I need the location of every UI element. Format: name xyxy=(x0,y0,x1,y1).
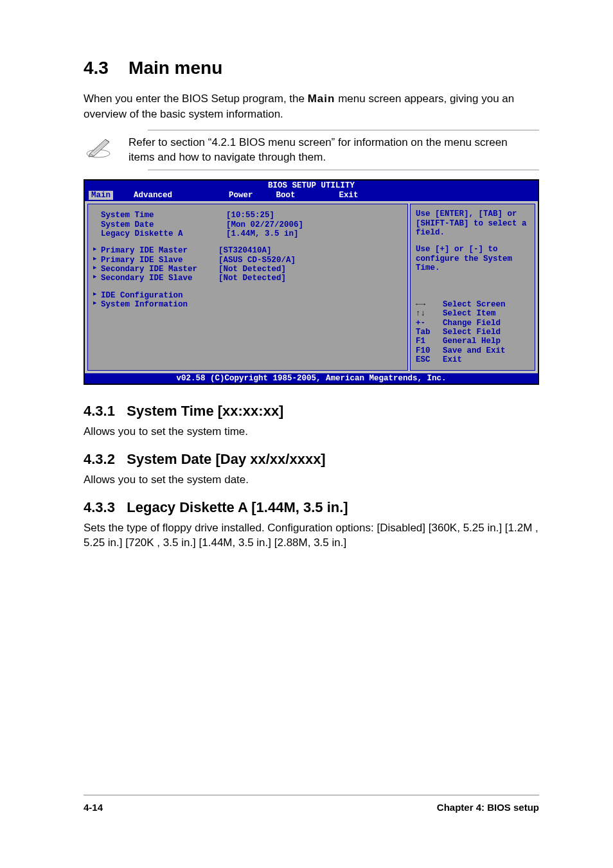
note-callout: Refer to section “4.2.1 BIOS menu screen… xyxy=(148,130,539,171)
bios-item: Primary IDE Slave[ASUS CD-S520/A] xyxy=(93,256,402,265)
bios-tab-advanced: Advanced xyxy=(131,191,175,200)
bios-item: Primary IDE Master[ST320410A] xyxy=(93,246,402,255)
bios-item: System Information xyxy=(93,300,402,309)
subhead-431: 4.3.1 System Time [xx:xx:xx] xyxy=(84,403,539,420)
page-footer: 4-14 Chapter 4: BIOS setup xyxy=(84,795,539,813)
intro-main: Main xyxy=(308,93,335,105)
nav-row: F1General Help xyxy=(416,337,529,346)
bios-tab-boot: Boot xyxy=(274,191,298,200)
bios-copyright: v02.58 (C)Copyright 1985-2005, American … xyxy=(85,373,538,384)
subhead-432: 4.3.2 System Date [Day xx/xx/xxxx] xyxy=(84,451,539,468)
nav-row: ESCExit xyxy=(416,355,529,364)
note-icon xyxy=(84,136,116,161)
bios-item: Legacy Diskette A[1.44M, 3.5 in] xyxy=(93,229,402,238)
body-432: Allows you to set the system date. xyxy=(84,473,539,488)
bios-help: Use [ENTER], [TAB] or [SHIFT-TAB] to sel… xyxy=(411,204,535,296)
bios-tab-main: Main xyxy=(89,191,113,200)
intro-part1: When you enter the BIOS Setup program, t… xyxy=(84,93,308,105)
bios-tab-power: Power xyxy=(226,191,256,200)
intro-paragraph: When you enter the BIOS Setup program, t… xyxy=(84,91,539,122)
bios-item: System Time[10:55:25] xyxy=(93,211,402,220)
bios-tabs: Main Advanced Power Boot Exit xyxy=(85,191,538,201)
bios-help-1: Use [ENTER], [TAB] or [SHIFT-TAB] to sel… xyxy=(416,209,529,237)
bios-screenshot: BIOS SETUP UTILITY Main Advanced Power B… xyxy=(84,179,539,385)
nav-row: TabSelect Field xyxy=(416,328,529,337)
chapter-label: Chapter 4: BIOS setup xyxy=(437,802,539,813)
bios-item: Secondary IDE Slave[Not Detected] xyxy=(93,274,402,283)
bios-item: Secondary IDE Master[Not Detected] xyxy=(93,265,402,274)
body-431: Allows you to set the system time. xyxy=(84,425,539,439)
nav-row: ↑↓Select Item xyxy=(416,309,529,318)
page-number: 4-14 xyxy=(84,802,103,813)
nav-row: +-Change Field xyxy=(416,319,529,328)
heading-main: 4.3 Main menu xyxy=(84,58,539,78)
subhead-433: 4.3.3 Legacy Diskette A [1.44M, 3.5 in.] xyxy=(84,499,539,516)
bios-tab-exit: Exit xyxy=(337,191,361,200)
bios-item: IDE Configuration xyxy=(93,291,402,300)
body-433: Sets the type of floppy drive installed.… xyxy=(84,521,539,551)
bios-item: System Date[Mon 02/27/2006] xyxy=(93,220,402,229)
bios-nav-keys: ←→Select Screen ↑↓Select Item +-Change F… xyxy=(411,296,535,370)
nav-row: ←→Select Screen xyxy=(416,300,529,309)
heading-number: 4.3 xyxy=(84,58,109,78)
bios-body: System Time[10:55:25] System Date[Mon 02… xyxy=(85,201,538,373)
bios-right-panel: Use [ENTER], [TAB] or [SHIFT-TAB] to sel… xyxy=(410,204,535,370)
bios-help-2: Use [+] or [-] to configure the System T… xyxy=(416,245,529,272)
note-text: Refer to section “4.2.1 BIOS menu screen… xyxy=(129,136,539,165)
bios-left-panel: System Time[10:55:25] System Date[Mon 02… xyxy=(87,204,408,370)
nav-row: F10Save and Exit xyxy=(416,346,529,355)
bios-title: BIOS SETUP UTILITY xyxy=(85,181,538,190)
heading-title: Main menu xyxy=(129,58,222,78)
